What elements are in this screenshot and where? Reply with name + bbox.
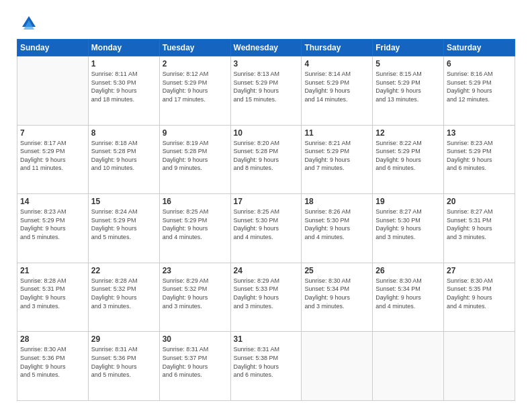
day-cell: 12Sunrise: 8:22 AMSunset: 5:29 PMDayligh… — [373, 125, 444, 194]
day-cell: 5Sunrise: 8:15 AMSunset: 5:29 PMDaylight… — [373, 56, 444, 126]
day-info-line: and 7 minutes. — [304, 165, 344, 171]
day-cell: 22Sunrise: 8:28 AMSunset: 5:32 PMDayligh… — [88, 263, 159, 332]
day-info-line: Sunrise: 8:13 AM — [234, 71, 280, 77]
day-cell: 30Sunrise: 8:31 AMSunset: 5:37 PMDayligh… — [159, 332, 230, 401]
day-cell: 18Sunrise: 8:26 AMSunset: 5:30 PMDayligh… — [302, 194, 373, 263]
day-info: Sunrise: 8:16 AMSunset: 5:29 PMDaylight:… — [447, 70, 512, 103]
day-info-line: Sunrise: 8:23 AM — [20, 208, 66, 215]
day-info-line: Daylight: 9 hours — [447, 225, 492, 232]
day-info-line: Sunset: 5:29 PM — [163, 79, 208, 86]
day-info-line: Sunrise: 8:21 AM — [304, 140, 351, 146]
logo — [17, 16, 38, 32]
day-number: 21 — [20, 266, 85, 275]
day-info: Sunrise: 8:29 AMSunset: 5:32 PMDaylight:… — [163, 277, 228, 310]
day-info: Sunrise: 8:19 AMSunset: 5:28 PMDaylight:… — [163, 139, 228, 173]
day-number: 1 — [91, 59, 157, 68]
day-number: 7 — [20, 128, 85, 138]
day-info-line: Daylight: 9 hours — [375, 225, 421, 232]
day-info: Sunrise: 8:31 AMSunset: 5:37 PMDaylight:… — [163, 345, 228, 379]
day-number: 20 — [447, 197, 512, 206]
day-info: Sunrise: 8:11 AMSunset: 5:30 PMDaylight:… — [91, 70, 157, 103]
day-info-line: and 3 minutes. — [375, 234, 415, 240]
day-info-line: and 12 minutes. — [447, 96, 490, 103]
day-info-line: Sunrise: 8:28 AM — [91, 277, 138, 284]
day-info-line: Sunset: 5:31 PM — [447, 217, 492, 224]
day-info-line: Sunrise: 8:29 AM — [234, 277, 280, 284]
day-cell: 25Sunrise: 8:30 AMSunset: 5:34 PMDayligh… — [302, 263, 373, 332]
day-number: 9 — [163, 128, 228, 138]
day-number: 15 — [91, 197, 157, 206]
day-info-line: Sunset: 5:36 PM — [20, 355, 65, 361]
day-info: Sunrise: 8:29 AMSunset: 5:33 PMDaylight:… — [234, 277, 299, 310]
day-cell: 20Sunrise: 8:27 AMSunset: 5:31 PMDayligh… — [444, 194, 515, 263]
weekday-header-saturday: Saturday — [444, 40, 515, 56]
day-info-line: Daylight: 9 hours — [304, 87, 350, 94]
day-cell: 15Sunrise: 8:24 AMSunset: 5:29 PMDayligh… — [88, 194, 159, 263]
day-number: 27 — [447, 266, 512, 275]
day-info-line: and 5 minutes. — [91, 371, 131, 378]
day-info-line: Daylight: 9 hours — [91, 225, 137, 232]
day-info-line: Sunrise: 8:25 AM — [234, 208, 280, 215]
day-cell: 17Sunrise: 8:25 AMSunset: 5:30 PMDayligh… — [230, 194, 302, 263]
day-info-line: Daylight: 9 hours — [163, 156, 208, 163]
day-info-line: and 9 minutes. — [163, 165, 202, 171]
day-info-line: and 6 minutes. — [163, 371, 202, 378]
day-cell: 7Sunrise: 8:17 AMSunset: 5:29 PMDaylight… — [17, 125, 89, 194]
day-info-line: and 17 minutes. — [163, 96, 206, 103]
day-info-line: Daylight: 9 hours — [163, 363, 208, 370]
day-info: Sunrise: 8:30 AMSunset: 5:35 PMDaylight:… — [447, 277, 512, 310]
header — [17, 13, 515, 32]
day-info: Sunrise: 8:23 AMSunset: 5:29 PMDaylight:… — [447, 139, 512, 173]
day-info-line: and 5 minutes. — [20, 234, 60, 240]
day-cell: 29Sunrise: 8:31 AMSunset: 5:36 PMDayligh… — [88, 332, 159, 401]
day-info-line: Sunset: 5:29 PM — [163, 217, 208, 224]
day-info-line: Sunrise: 8:25 AM — [163, 208, 209, 215]
weekday-header-friday: Friday — [373, 40, 444, 56]
day-info-line: and 8 minutes. — [234, 165, 273, 171]
day-number: 17 — [234, 197, 299, 206]
day-info: Sunrise: 8:25 AMSunset: 5:29 PMDaylight:… — [163, 208, 228, 241]
week-row-4: 21Sunrise: 8:28 AMSunset: 5:31 PMDayligh… — [17, 263, 515, 332]
day-info: Sunrise: 8:31 AMSunset: 5:38 PMDaylight:… — [234, 345, 299, 379]
day-number: 19 — [375, 197, 441, 206]
day-cell: 13Sunrise: 8:23 AMSunset: 5:29 PMDayligh… — [444, 125, 515, 194]
day-cell — [373, 332, 444, 401]
day-info-line: and 13 minutes. — [375, 96, 418, 103]
day-info: Sunrise: 8:17 AMSunset: 5:29 PMDaylight:… — [20, 139, 85, 173]
day-cell: 14Sunrise: 8:23 AMSunset: 5:29 PMDayligh… — [17, 194, 89, 263]
day-info-line: Sunset: 5:29 PM — [20, 217, 65, 224]
day-info-line: Daylight: 9 hours — [91, 363, 137, 370]
day-cell: 28Sunrise: 8:30 AMSunset: 5:36 PMDayligh… — [17, 332, 89, 401]
day-cell: 9Sunrise: 8:19 AMSunset: 5:28 PMDaylight… — [159, 125, 230, 194]
day-info-line: Sunrise: 8:31 AM — [91, 346, 138, 353]
weekday-header-thursday: Thursday — [302, 40, 373, 56]
day-cell: 3Sunrise: 8:13 AMSunset: 5:29 PMDaylight… — [230, 56, 302, 126]
day-number: 26 — [375, 266, 441, 275]
day-cell — [17, 56, 89, 126]
day-number: 6 — [447, 59, 512, 68]
day-info-line: Sunrise: 8:27 AM — [447, 208, 493, 215]
day-number: 12 — [375, 128, 441, 138]
day-info-line: and 6 minutes. — [447, 165, 486, 171]
day-info-line: Daylight: 9 hours — [163, 87, 208, 94]
day-info-line: and 6 minutes. — [234, 371, 273, 378]
day-number: 10 — [234, 128, 299, 138]
day-number: 13 — [447, 128, 512, 138]
day-info-line: Sunrise: 8:17 AM — [20, 140, 66, 146]
day-info-line: Sunrise: 8:31 AM — [163, 346, 209, 353]
day-info-line: Sunrise: 8:12 AM — [163, 71, 209, 77]
day-info-line: Sunset: 5:29 PM — [447, 79, 492, 86]
day-info-line: Daylight: 9 hours — [91, 156, 137, 163]
day-info-line: Sunset: 5:29 PM — [234, 79, 279, 86]
day-info-line: Sunset: 5:34 PM — [304, 285, 349, 292]
day-info-line: and 3 minutes. — [304, 303, 344, 310]
day-number: 11 — [304, 128, 369, 138]
day-info-line: Sunset: 5:29 PM — [20, 148, 65, 154]
day-cell: 31Sunrise: 8:31 AMSunset: 5:38 PMDayligh… — [230, 332, 302, 401]
day-info-line: and 3 minutes. — [163, 303, 202, 310]
day-info-line: Sunset: 5:29 PM — [91, 217, 136, 224]
day-number: 28 — [20, 334, 85, 344]
day-info: Sunrise: 8:25 AMSunset: 5:30 PMDaylight:… — [234, 208, 299, 241]
day-info-line: Sunset: 5:29 PM — [375, 79, 420, 86]
day-info: Sunrise: 8:14 AMSunset: 5:29 PMDaylight:… — [304, 70, 369, 103]
